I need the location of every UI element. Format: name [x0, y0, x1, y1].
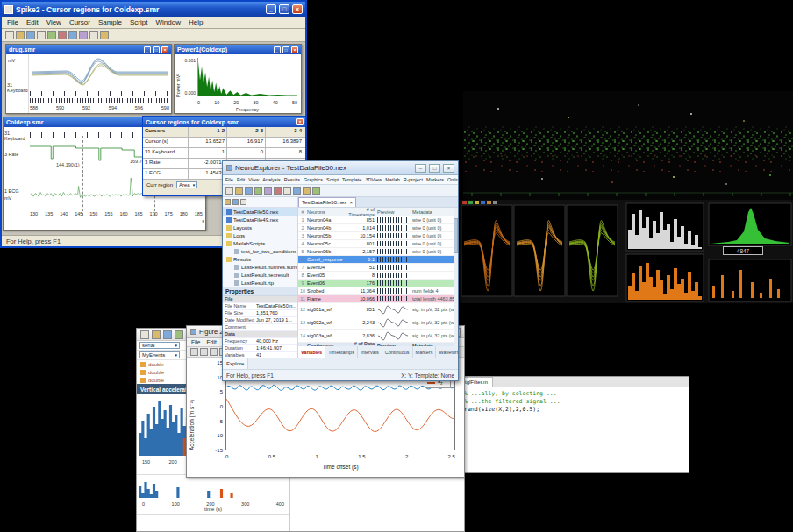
- menu-item[interactable]: Template: [342, 177, 361, 182]
- table-row[interactable]: 3 Neuron05b 10,154: [298, 232, 458, 240]
- view-icon[interactable]: [240, 199, 246, 205]
- menu-item[interactable]: Cursor: [69, 18, 90, 26]
- matlab-icon[interactable]: [293, 187, 301, 195]
- save-icon[interactable]: [163, 330, 172, 339]
- run-icon[interactable]: [175, 330, 183, 339]
- minimize-button[interactable]: –: [415, 164, 426, 173]
- table-row[interactable]: 13 sig002a_wf 2,243: [298, 316, 458, 330]
- new-icon[interactable]: [225, 187, 233, 195]
- zoom-icon[interactable]: [89, 31, 98, 39]
- close-button[interactable]: ×: [291, 46, 298, 53]
- script-icon[interactable]: [303, 187, 311, 195]
- table-row[interactable]: 11 Frame 10,066: [298, 295, 458, 303]
- menu-item[interactable]: File: [225, 177, 233, 182]
- menu-item[interactable]: Markers: [426, 177, 444, 182]
- variables-grid[interactable]: # Neurons # of Timestamps Preview Metada…: [298, 208, 458, 346]
- tree-item[interactable]: Layouts: [223, 223, 297, 231]
- maximize-button[interactable]: □: [279, 4, 289, 14]
- table-row[interactable]: 5 Neuron06b 2,157: [298, 248, 458, 256]
- close-button[interactable]: ×: [292, 4, 303, 14]
- document-tab[interactable]: TestDataFile50.nex ×: [298, 197, 356, 207]
- close-button[interactable]: ×: [443, 164, 454, 173]
- template-icon[interactable]: [312, 187, 320, 195]
- maximize-button[interactable]: □: [153, 46, 160, 53]
- drug-plot-area[interactable]: mV 31 Keyboard: [6, 54, 171, 113]
- tree-item[interactable]: Results: [223, 255, 297, 263]
- power-titlebar[interactable]: Power1(Coldexp) _ □ ×: [175, 45, 301, 54]
- menu-item[interactable]: Matlab: [385, 177, 400, 182]
- menu-item[interactable]: Graphics: [304, 177, 323, 182]
- maximize-button[interactable]: □: [429, 164, 440, 173]
- open-icon[interactable]: [200, 348, 208, 356]
- refresh-icon[interactable]: [232, 199, 239, 205]
- graph-icon[interactable]: [254, 187, 262, 195]
- col-header[interactable]: Preview: [377, 209, 412, 215]
- type-tab[interactable]: Variables: [298, 346, 325, 358]
- new-file-icon[interactable]: [5, 31, 14, 39]
- power-plot-area[interactable]: Power mV² 0.0010.000 01020304050 Frequen…: [175, 54, 301, 113]
- tree-item[interactable]: Logs: [223, 231, 297, 239]
- stop-icon[interactable]: [58, 31, 67, 39]
- new-figure-icon[interactable]: [190, 348, 198, 356]
- folder-icon[interactable]: [225, 199, 231, 205]
- type-tab[interactable]: Timestamps: [325, 346, 358, 358]
- menu-item[interactable]: Edit: [237, 177, 245, 182]
- table-row[interactable]: Continuous # of Data Points Preview: [298, 343, 458, 346]
- col-header[interactable]: Metadata: [412, 209, 458, 215]
- save-icon[interactable]: [26, 31, 35, 39]
- stop-icon[interactable]: [274, 187, 282, 195]
- menu-item[interactable]: Edit: [206, 339, 216, 345]
- table-row[interactable]: 1 Neuron04a 851: [298, 216, 458, 224]
- dialog-titlebar[interactable]: Cursor regions for Coldexp.smr ×: [143, 117, 305, 127]
- save-icon[interactable]: [245, 187, 253, 195]
- col-header[interactable]: #: [298, 209, 307, 215]
- menu-item[interactable]: Results: [284, 177, 300, 182]
- open-file-icon[interactable]: [16, 31, 25, 39]
- sorter-tool-icon[interactable]: [487, 201, 491, 204]
- table-row[interactable]: 10 Strobed 11,364: [298, 287, 458, 295]
- menu-item[interactable]: Script: [326, 177, 339, 182]
- menu-item[interactable]: 3DView: [365, 177, 382, 182]
- cursor-1-line[interactable]: [82, 136, 83, 216]
- table-row[interactable]: 31 Keyboard 1 0 8: [143, 148, 305, 159]
- editor-code-area[interactable]: % ...ally, by selecting ...% ...the filt…: [460, 387, 689, 416]
- grid-scrollbar[interactable]: [454, 208, 458, 346]
- spike2-titlebar[interactable]: Spike2 - Cursor regions for Coldexp.smr …: [2, 2, 305, 17]
- cursor-icon[interactable]: [68, 31, 77, 39]
- menu-item[interactable]: Help: [189, 18, 203, 26]
- workspace-dropdown[interactable]: serial: [139, 342, 180, 349]
- print-icon[interactable]: [37, 31, 46, 39]
- explore-tab[interactable]: Explore: [223, 358, 248, 369]
- maximize-button[interactable]: □: [282, 46, 289, 53]
- mode-select[interactable]: Area: [176, 181, 197, 188]
- tree-item[interactable]: LastResult.rtp: [223, 279, 297, 287]
- new-script-icon[interactable]: [140, 330, 149, 339]
- workspace-dropdown[interactable]: MyEvents: [139, 351, 180, 358]
- analysis-icon[interactable]: [264, 187, 272, 195]
- analysis-icon[interactable]: [79, 31, 88, 39]
- table-row[interactable]: Cursor (s) 13.6527 16.917 16.3897: [143, 138, 305, 148]
- print-icon[interactable]: [283, 187, 291, 195]
- menu-item[interactable]: View: [248, 177, 259, 182]
- menu-item[interactable]: File: [191, 339, 200, 345]
- minimize-button[interactable]: _: [144, 46, 151, 53]
- type-tab[interactable]: Markers: [413, 346, 437, 358]
- sorter-tool-icon[interactable]: [475, 201, 479, 204]
- menu-item[interactable]: R-project: [404, 177, 423, 182]
- minimize-button[interactable]: _: [266, 4, 276, 14]
- tree-item[interactable]: LastResult.numres.summ: [223, 263, 297, 271]
- drug-titlebar[interactable]: drug.smr _ □ ×: [6, 45, 171, 54]
- tree-item[interactable]: TestDataFile49.nex: [223, 216, 297, 223]
- open-icon[interactable]: [152, 330, 161, 339]
- spike-raster-panel[interactable]: [463, 91, 793, 200]
- col-header[interactable]: # of Timestamps: [347, 208, 377, 217]
- histogram-plot-2[interactable]: 0100200300400 time (s): [137, 475, 289, 515]
- table-row[interactable]: 8 Event05 8: [298, 272, 458, 280]
- script-icon[interactable]: [100, 31, 109, 39]
- type-tab[interactable]: Intervals: [358, 346, 382, 358]
- tree-item[interactable]: test_for_two_conditions: [223, 247, 297, 255]
- close-icon[interactable]: ×: [349, 200, 353, 205]
- sorter-tool-icon[interactable]: [468, 201, 473, 204]
- type-tab[interactable]: Waveforms: [436, 346, 458, 358]
- table-row[interactable]: 12 sig001a_wf 851: [298, 303, 458, 316]
